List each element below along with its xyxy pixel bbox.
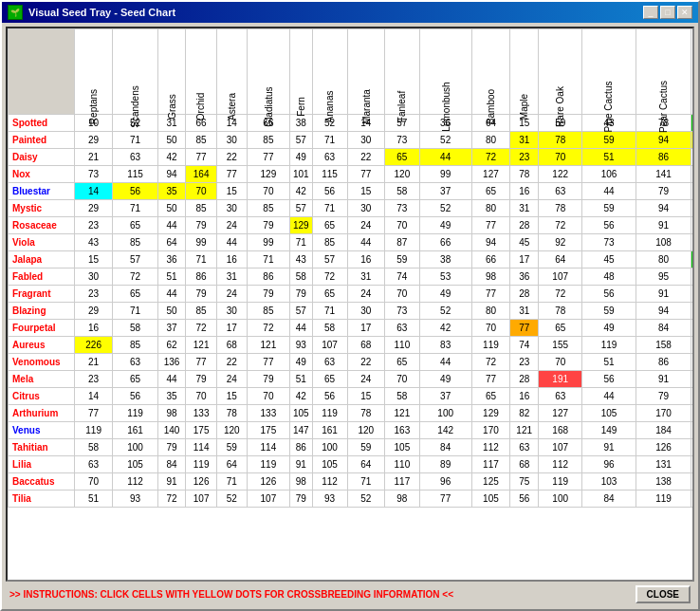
cell-mystic-1[interactable]: 71 (113, 200, 157, 217)
cell-fragrant-0[interactable]: 23 (75, 286, 113, 303)
cell-fragrant-3[interactable]: 79 (186, 286, 216, 303)
cell-mystic-10[interactable]: 52 (419, 200, 471, 217)
cell-nox-3[interactable]: 164 (186, 166, 216, 183)
cell-jalapa-11[interactable]: 66 (471, 251, 509, 268)
cell-blazing-13[interactable]: 78 (539, 303, 582, 320)
cell-citrus-7[interactable]: 56 (312, 388, 347, 405)
cell-blazing-6[interactable]: 57 (290, 303, 313, 320)
cell-blazing-10[interactable]: 52 (419, 303, 471, 320)
cell-venomous-1[interactable]: 63 (113, 354, 157, 371)
cell-rosaceae-12[interactable]: 28 (510, 217, 539, 234)
cell-blazing-0[interactable]: 29 (75, 303, 113, 320)
cell-daisy-5[interactable]: 77 (247, 149, 289, 166)
cell-citrus-1[interactable]: 56 (113, 388, 157, 405)
cell-arthurium-11[interactable]: 129 (471, 405, 509, 422)
cell-baccatus-9[interactable]: 117 (385, 473, 419, 491)
cell-viola-9[interactable]: 87 (385, 234, 419, 251)
cell-baccatus-15[interactable]: 138 (636, 473, 691, 491)
cell-baccatus-2[interactable]: 91 (157, 473, 186, 491)
cell-mystic-4[interactable]: 30 (216, 200, 247, 217)
cell-aureus-7[interactable]: 107 (312, 337, 347, 354)
cell-lilia-4[interactable]: 64 (216, 456, 247, 473)
cell-daisy-4[interactable]: 22 (216, 149, 247, 166)
cell-baccatus-11[interactable]: 125 (471, 473, 509, 491)
cell-lilia-12[interactable]: 68 (510, 456, 539, 473)
cell-viola-16[interactable]: 45 (691, 234, 694, 251)
cell-arthurium-7[interactable]: 119 (312, 405, 347, 422)
cell-fragrant-5[interactable]: 79 (247, 286, 289, 303)
cell-tilia-2[interactable]: 72 (157, 491, 186, 508)
cell-blazing-9[interactable]: 73 (385, 303, 419, 320)
cell-tilia-10[interactable]: 77 (419, 491, 471, 508)
cell-bluestar-1[interactable]: 56 (113, 183, 157, 200)
cell-venus-9[interactable]: 163 (385, 422, 419, 439)
cell-fabled-9[interactable]: 74 (385, 268, 419, 286)
cell-fourpetal-1[interactable]: 58 (113, 320, 157, 337)
cell-mystic-7[interactable]: 71 (312, 200, 347, 217)
cell-fragrant-16[interactable]: 28 (691, 286, 694, 303)
cell-fourpetal-5[interactable]: 72 (247, 320, 289, 337)
cell-bluestar-2[interactable]: 35 (157, 183, 186, 200)
cell-fabled-4[interactable]: 31 (216, 268, 247, 286)
cell-mela-0[interactable]: 23 (75, 371, 113, 388)
cell-mela-14[interactable]: 56 (582, 371, 636, 388)
cell-painted-16[interactable]: 31 (691, 132, 694, 149)
cell-jalapa-14[interactable]: 45 (582, 251, 636, 268)
cell-arthurium-3[interactable]: 133 (186, 405, 216, 422)
cell-painted-15[interactable]: 94 (636, 132, 691, 149)
cell-blazing-12[interactable]: 31 (510, 303, 539, 320)
cell-nox-2[interactable]: 94 (157, 166, 186, 183)
cell-painted-6[interactable]: 57 (290, 132, 313, 149)
cell-aureus-9[interactable]: 110 (385, 337, 419, 354)
cell-fragrant-6[interactable]: 79 (290, 286, 313, 303)
cell-fabled-1[interactable]: 72 (113, 268, 157, 286)
cell-fourpetal-0[interactable]: 16 (75, 320, 113, 337)
cell-citrus-13[interactable]: 63 (539, 388, 582, 405)
cell-jalapa-0[interactable]: 15 (75, 251, 113, 268)
cell-viola-3[interactable]: 99 (186, 234, 216, 251)
cell-arthurium-15[interactable]: 170 (636, 405, 691, 422)
cell-fragrant-13[interactable]: 72 (539, 286, 582, 303)
cell-fabled-0[interactable]: 30 (75, 268, 113, 286)
cell-venus-10[interactable]: 142 (419, 422, 471, 439)
cell-citrus-16[interactable]: 16 (691, 388, 694, 405)
cell-nox-16[interactable]: 78 (691, 166, 694, 183)
cell-mela-16[interactable]: 28 (691, 371, 694, 388)
cell-daisy-7[interactable]: 63 (312, 149, 347, 166)
cell-daisy-6[interactable]: 49 (290, 149, 313, 166)
cell-bluestar-11[interactable]: 65 (471, 183, 509, 200)
cell-venomous-11[interactable]: 72 (471, 354, 509, 371)
cell-venomous-12[interactable]: 23 (510, 354, 539, 371)
cell-daisy-8[interactable]: 22 (347, 149, 385, 166)
cell-venomous-8[interactable]: 22 (347, 354, 385, 371)
cell-mela-10[interactable]: 49 (419, 371, 471, 388)
cell-aureus-12[interactable]: 74 (510, 337, 539, 354)
cell-fragrant-9[interactable]: 70 (385, 286, 419, 303)
cell-venus-16[interactable]: 121 (691, 422, 694, 439)
cell-nox-0[interactable]: 73 (75, 166, 113, 183)
cell-venomous-15[interactable]: 86 (636, 354, 691, 371)
cell-blazing-11[interactable]: 80 (471, 303, 509, 320)
cell-venus-6[interactable]: 147 (290, 422, 313, 439)
cell-venomous-13[interactable]: 70 (539, 354, 582, 371)
cell-rosaceae-1[interactable]: 65 (113, 217, 157, 234)
cell-mela-9[interactable]: 70 (385, 371, 419, 388)
cell-jalapa-16[interactable]: 17 (691, 251, 694, 268)
cell-painted-14[interactable]: 59 (582, 132, 636, 149)
cell-fragrant-10[interactable]: 49 (419, 286, 471, 303)
cell-bluestar-12[interactable]: 16 (510, 183, 539, 200)
cell-arthurium-14[interactable]: 105 (582, 405, 636, 422)
cell-fragrant-7[interactable]: 65 (312, 286, 347, 303)
cell-painted-12[interactable]: 31 (510, 132, 539, 149)
cell-viola-6[interactable]: 71 (290, 234, 313, 251)
cell-fabled-15[interactable]: 95 (636, 268, 691, 286)
cell-citrus-15[interactable]: 79 (636, 388, 691, 405)
cell-rosaceae-14[interactable]: 56 (582, 217, 636, 234)
cell-lilia-9[interactable]: 110 (385, 456, 419, 473)
cell-baccatus-6[interactable]: 98 (290, 473, 313, 491)
cell-mela-6[interactable]: 51 (290, 371, 313, 388)
cell-venomous-0[interactable]: 21 (75, 354, 113, 371)
cell-baccatus-8[interactable]: 71 (347, 473, 385, 491)
cell-daisy-1[interactable]: 63 (113, 149, 157, 166)
cell-jalapa-15[interactable]: 80 (636, 251, 691, 268)
